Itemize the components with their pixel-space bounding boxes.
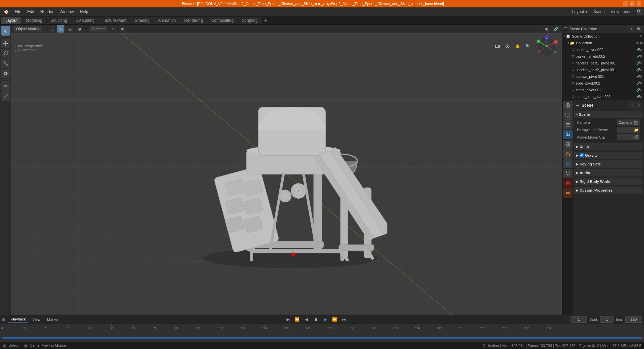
modifier-props-btn[interactable]	[563, 159, 573, 168]
view-layer-props-btn[interactable]	[563, 120, 573, 130]
gravity-section-header[interactable]: ▶ Gravity	[574, 152, 643, 159]
tab-compositing[interactable]: Compositing	[207, 17, 238, 24]
solid-mode-btn[interactable]: ●	[57, 25, 64, 33]
props-expand-btn[interactable]: ↗	[636, 102, 642, 108]
view-layer-selector[interactable]: View Layer	[608, 9, 633, 15]
tab-view[interactable]: View	[30, 317, 43, 322]
scene-selector[interactable]: Scene	[591, 9, 607, 15]
menu-blender[interactable]	[1, 8, 11, 15]
tab-uv-editing[interactable]: UV Editing	[71, 17, 99, 24]
material-mode-btn[interactable]: ◎	[66, 25, 74, 33]
tab-marker[interactable]: Marker	[44, 317, 61, 322]
menu-window[interactable]: Window	[57, 9, 76, 15]
rigid-body-world-header[interactable]: ▶ Rigid Body World	[574, 178, 643, 185]
jump-start-btn[interactable]: ⏮	[284, 316, 291, 323]
tab-layout[interactable]: Layout	[1, 17, 21, 24]
maximize-button[interactable]: □	[630, 1, 635, 6]
tab-modeling[interactable]: Modeling	[22, 17, 46, 24]
keying-sets-section: ▶ Keying Sets	[574, 160, 643, 168]
scale-tool[interactable]	[1, 59, 10, 68]
annotate-tool[interactable]: ✏	[1, 81, 10, 91]
tab-animation[interactable]: Animation	[154, 17, 180, 24]
overlays-btn[interactable]: ⊞	[119, 25, 126, 33]
outliner-item-0[interactable]: ▽ basket_pivot.002 🔗⊞	[562, 46, 644, 53]
mode-selector[interactable]: Object Mode▾	[13, 26, 42, 32]
physics-props-btn[interactable]	[563, 179, 573, 188]
menu-edit[interactable]: Edit	[24, 9, 37, 15]
close-button[interactable]: ✕	[637, 1, 641, 6]
move-tool[interactable]	[1, 39, 10, 48]
measure-tool[interactable]	[1, 91, 10, 101]
prev-frame-btn[interactable]: ⏪	[293, 316, 301, 323]
output-props-btn[interactable]	[563, 110, 573, 120]
units-section-header[interactable]: ▶ Units	[574, 143, 643, 150]
audio-section-header[interactable]: ▶ Audio	[574, 169, 643, 177]
scene-props-btn[interactable]	[563, 130, 573, 139]
scene-section-header[interactable]: ▾ Scene	[574, 111, 643, 118]
tab-playback[interactable]: Playback	[8, 316, 29, 322]
tab-sculpting[interactable]: Sculpting	[47, 17, 71, 24]
menu-bar: File Edit Render Window Help Layout ▾ Sc…	[0, 7, 644, 16]
timeline-ruler[interactable]: 0102030405060708090100110120130140150160…	[0, 324, 644, 342]
particles-props-btn[interactable]	[563, 169, 573, 178]
outliner-collection[interactable]: ▾ 📁 Collection 👁 ⊞	[562, 40, 644, 46]
outliner-scene-collection[interactable]: ▾ 🔲 Scene Collection 👁	[562, 33, 644, 40]
props-options-btn[interactable]: ⋮	[629, 102, 635, 108]
custom-properties-header[interactable]: ▶ Custom Properties	[574, 187, 643, 194]
tab-shading[interactable]: Shading	[131, 17, 154, 24]
render-props-btn[interactable]	[563, 101, 573, 110]
tab-scripting[interactable]: Scripting	[238, 17, 262, 24]
frame-range-bar[interactable]	[2, 337, 642, 339]
start-frame-input[interactable]: 1	[600, 316, 613, 323]
outliner-item-2[interactable]: ▽ handles_part1_pivot.001 🔗⊞	[562, 60, 644, 66]
hand-btn[interactable]: ✋	[514, 42, 522, 50]
next-frame-btn[interactable]: ⏩	[331, 316, 338, 323]
camera-view-btn[interactable]	[493, 42, 501, 50]
viewport-canvas[interactable]: User Perspective (1) Collection ✋ 🔍	[11, 33, 562, 315]
proportional-edit-btn[interactable]: ◉	[543, 25, 550, 33]
cursor-tool[interactable]: ⊕	[1, 26, 10, 36]
active-movie-clip-value[interactable]: 🎬	[617, 134, 640, 140]
global-selector[interactable]: Global ▾	[89, 26, 107, 32]
add-workspace-button[interactable]: +	[262, 17, 269, 24]
show-gizmos-btn[interactable]: ⊕	[109, 25, 117, 33]
stop-btn[interactable]: ⏹	[312, 316, 320, 323]
search-btn[interactable]: 🔍	[524, 42, 532, 50]
background-scene-value[interactable]: 📁	[617, 127, 640, 133]
jump-end-btn[interactable]: ⏭	[340, 316, 348, 323]
world-props-btn[interactable]	[563, 140, 573, 149]
current-frame-input[interactable]: 1	[571, 316, 587, 323]
rendered-mode-btn[interactable]: ◑	[76, 25, 83, 33]
minimize-button[interactable]: ─	[623, 1, 628, 6]
play-back-btn[interactable]: ◀	[303, 316, 310, 323]
menu-file[interactable]: File	[12, 9, 24, 15]
rotate-tool[interactable]	[1, 49, 10, 58]
render-preview-btn[interactable]	[503, 42, 512, 50]
nav-gizmo[interactable]: X Z	[535, 35, 558, 58]
keying-sets-header[interactable]: ▶ Keying Sets	[574, 160, 643, 168]
outliner-filter-btn[interactable]: ⌖	[629, 26, 635, 32]
camera-value[interactable]: Camera 📷	[617, 119, 640, 126]
layout-selector[interactable]: Layout ▾	[569, 9, 590, 15]
transform-tool[interactable]	[1, 69, 10, 78]
object-props-btn[interactable]	[563, 149, 573, 159]
gravity-checkbox[interactable]	[580, 153, 584, 157]
menu-help[interactable]: Help	[77, 9, 91, 15]
wireframe-mode-btn[interactable]: ⬚	[48, 25, 55, 33]
svg-rect-110	[566, 192, 570, 194]
constraints-props-btn[interactable]	[563, 188, 573, 198]
snap-btn[interactable]: 🔗	[552, 25, 560, 33]
menu-render[interactable]: Render	[38, 9, 56, 15]
outliner-item-1[interactable]: ▽ basket_shield.002 🔗⊞	[562, 53, 644, 60]
outliner-search-btn[interactable]: 🔍	[636, 26, 642, 32]
settings-btn[interactable]: ⚙	[637, 9, 643, 15]
tab-texture-paint[interactable]: Texture Paint	[99, 17, 130, 24]
outliner-item-3[interactable]: ▽ handles_part2_pivot.001 🔗⊞	[562, 66, 644, 73]
outliner-item-6[interactable]: ▽ stairs_pivot.002 🔗⊞	[562, 87, 644, 93]
outliner-item-5[interactable]: ▽ slide_pivot.002 🔗⊞	[562, 80, 644, 87]
play-btn[interactable]: ▶	[322, 316, 329, 323]
outliner-item-4[interactable]: ▽ screws_pivot.001 🔗⊞	[562, 73, 644, 80]
end-frame-input[interactable]: 250	[625, 316, 642, 323]
tab-rendering[interactable]: Rendering	[180, 17, 207, 24]
outliner-item-7[interactable]: ▽ stand_blue_pivot.002 🔗⊞	[562, 93, 644, 100]
